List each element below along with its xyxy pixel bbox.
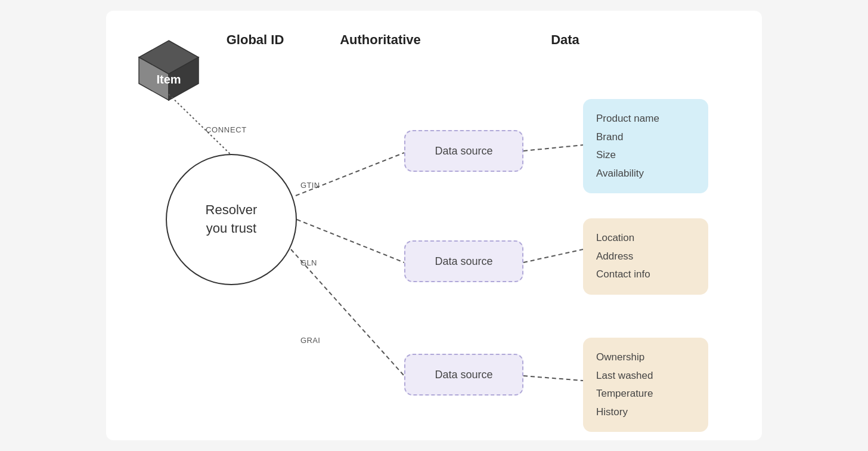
gtin-label: GTIN bbox=[300, 181, 320, 190]
resolver-circle: Resolver you trust bbox=[166, 154, 297, 285]
data-item: Location bbox=[596, 229, 695, 248]
data-box-2: Location Address Contact info bbox=[583, 218, 708, 295]
data-source-1: Data source bbox=[404, 130, 523, 172]
data-item: Temperature bbox=[596, 385, 695, 403]
svg-text:Item: Item bbox=[156, 73, 181, 86]
svg-line-6 bbox=[297, 220, 404, 262]
connect-label: CONNECT bbox=[206, 125, 247, 134]
data-item: Last washed bbox=[596, 367, 695, 385]
header-global-id: Global ID bbox=[202, 32, 309, 48]
diagram: Global ID Authoritative Data Item CONNEC… bbox=[106, 11, 762, 440]
data-box-3: Ownership Last washed Temperature Histor… bbox=[583, 338, 708, 432]
resolver-line1: Resolver bbox=[206, 201, 258, 220]
gln-label: GLN bbox=[300, 258, 317, 267]
data-item: History bbox=[596, 403, 695, 422]
header-authoritative: Authoritative bbox=[309, 32, 452, 48]
item-cube: Item bbox=[130, 35, 207, 112]
data-item: Address bbox=[596, 248, 695, 266]
resolver-line2: you trust bbox=[206, 220, 256, 238]
header-data: Data bbox=[488, 32, 643, 48]
data-item: Size bbox=[596, 146, 695, 165]
data-item: Brand bbox=[596, 128, 695, 147]
data-source-2: Data source bbox=[404, 240, 523, 282]
data-item: Contact info bbox=[596, 265, 695, 284]
data-source-3: Data source bbox=[404, 354, 523, 396]
svg-line-8 bbox=[523, 145, 583, 151]
svg-line-7 bbox=[291, 249, 404, 376]
column-headers: Global ID Authoritative Data bbox=[202, 32, 714, 48]
svg-line-9 bbox=[523, 249, 583, 262]
data-item: Availability bbox=[596, 165, 695, 183]
svg-line-10 bbox=[523, 376, 583, 381]
grai-label: GRAI bbox=[300, 336, 320, 345]
data-box-1: Product name Brand Size Availability bbox=[583, 99, 708, 193]
data-item: Ownership bbox=[596, 348, 695, 367]
data-item: Product name bbox=[596, 110, 695, 128]
